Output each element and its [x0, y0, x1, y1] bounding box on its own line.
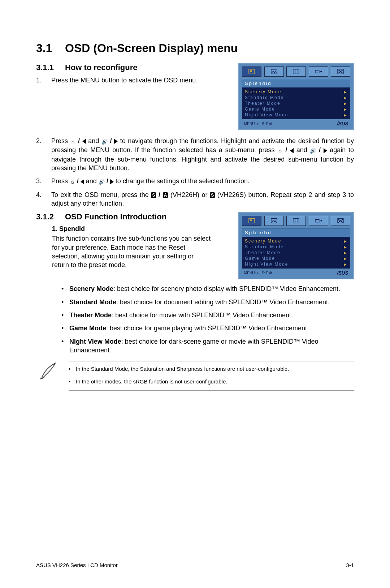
mode-standard: Standard Mode: best choice for document … — [61, 298, 354, 306]
s-button-icon: S — [210, 192, 215, 198]
brightness-icon — [70, 177, 75, 186]
chevron-right-icon: ▶ — [344, 107, 347, 111]
triangle-right-icon — [324, 148, 327, 153]
mode-night: Night View Mode: best choice for dark-sc… — [61, 337, 354, 355]
osd-title: Splendid — [242, 228, 350, 237]
osd-tab-image-icon — [264, 216, 284, 226]
subsection-1-number: 3.1.1 — [36, 63, 65, 72]
osd-tab-color-icon — [286, 66, 306, 77]
chevron-right-icon: ▶ — [344, 113, 347, 117]
svg-rect-14 — [295, 219, 297, 223]
spendid-description: This function contains five sub-function… — [52, 234, 211, 269]
note-block: In the Standard Mode, the Saturation and… — [36, 359, 354, 394]
chevron-right-icon: ▶ — [344, 239, 347, 243]
section-title: OSD (On-Screen Display) menu — [65, 42, 238, 55]
osd-item-night: Night View Mode▶ — [242, 112, 350, 118]
triangle-left-icon — [290, 148, 294, 153]
step-2: 2. Press / and / to navigate through the… — [36, 137, 354, 172]
step-4: 4. To exit the OSD menu, press the S / A… — [36, 190, 354, 208]
chevron-right-icon: ▶ — [344, 96, 347, 100]
osd-tab-splendid-icon — [242, 216, 261, 226]
subsection-1-title: How to reconfigure — [65, 63, 137, 72]
note-2: In the other modes, the sRGB function is… — [69, 378, 354, 385]
mode-game: Game Mode: best choice for game playing … — [61, 324, 354, 332]
svg-rect-3 — [293, 69, 295, 74]
chevron-right-icon: ▶ — [344, 251, 347, 255]
spendid-heading: 1. Spendid — [52, 225, 228, 233]
svg-rect-5 — [297, 69, 299, 74]
step-1: 1. Press the MENU button to activate the… — [36, 76, 228, 85]
note-1: In the Standard Mode, the Saturation and… — [69, 365, 354, 373]
osd-menu: Scenery Mode▶ Standard Mode▶ Theater Mod… — [242, 87, 350, 119]
osd-menu: Scenery Mode▶ Standard Mode▶ Theater Mod… — [242, 237, 350, 269]
osd-tab-image-icon — [264, 66, 284, 77]
subsection-2-title: OSD Function Introduction — [65, 212, 166, 221]
volume-icon — [310, 146, 316, 155]
svg-rect-12 — [271, 219, 277, 223]
chevron-right-icon: ▶ — [344, 262, 347, 266]
osd-title: Splendid — [242, 79, 350, 87]
subsection-2-number: 3.1.2 — [36, 212, 65, 222]
chevron-right-icon: ▶ — [344, 257, 347, 261]
brightness-icon — [70, 137, 76, 146]
footer-left: ASUS VH226 Series LCD Monitor — [36, 562, 118, 568]
triangle-right-icon — [114, 139, 118, 144]
section-heading: 3.1OSD (On-Screen Display) menu — [36, 42, 354, 55]
mode-scenery: Scenery Mode: best choice for scenery ph… — [61, 284, 354, 293]
svg-rect-16 — [315, 220, 319, 222]
svg-rect-4 — [295, 69, 297, 74]
osd-footer: MENU: ↵ S: Exit /SUS — [242, 269, 350, 276]
osd-tab-splendid-icon — [242, 66, 261, 77]
subsection-1-heading: 3.1.1How to reconfigure — [36, 63, 228, 72]
step-3: 3. Press / and / to change the settings … — [36, 177, 354, 186]
divider — [69, 361, 354, 361]
osd-tabs — [242, 66, 350, 77]
osd-item-theater: Theater Mode▶ — [242, 100, 350, 106]
divider — [36, 559, 354, 559]
osd-screenshot-2: Splendid Scenery Mode▶ Standard Mode▶ Th… — [238, 212, 354, 279]
osd-item-night: Night View Mode▶ — [242, 261, 350, 267]
osd-tab-setup-icon — [331, 216, 350, 226]
osd-item-standard: Standard Mode▶ — [242, 95, 350, 100]
osd-item-game: Game Mode▶ — [242, 106, 350, 112]
osd-tabs — [242, 216, 350, 226]
osd-item-theater: Theater Mode▶ — [242, 250, 350, 256]
osd-screenshot-1: Splendid Scenery Mode▶ Standard Mode▶ Th… — [238, 63, 354, 130]
volume-icon — [99, 177, 105, 186]
page-footer: ASUS VH226 Series LCD Monitor 3-1 — [36, 559, 354, 568]
brightness-icon — [277, 146, 283, 155]
section-number: 3.1 — [36, 42, 65, 55]
osd-tab-setup-icon — [331, 66, 350, 77]
osd-item-standard: Standard Mode▶ — [242, 244, 350, 250]
triangle-left-icon — [81, 179, 84, 184]
subsection-2-heading: 3.1.2OSD Function Introduction — [36, 212, 228, 222]
chevron-right-icon: ▶ — [344, 102, 347, 106]
brand-logo: /SUS — [337, 270, 348, 276]
s-button-icon: S — [151, 192, 156, 198]
footer-right: 3-1 — [346, 562, 354, 568]
quill-note-icon — [36, 359, 61, 394]
svg-rect-15 — [297, 219, 299, 223]
triangle-left-icon — [82, 139, 86, 144]
brand-logo: /SUS — [337, 121, 348, 126]
svg-rect-6 — [315, 70, 319, 73]
chevron-right-icon: ▶ — [344, 90, 347, 94]
osd-tab-input-icon — [309, 216, 328, 226]
svg-rect-11 — [250, 220, 252, 222]
osd-item-scenery: Scenery Mode▶ — [242, 89, 350, 95]
osd-tab-color-icon — [286, 216, 306, 226]
divider — [69, 390, 354, 391]
a-button-icon: A — [163, 192, 168, 198]
svg-rect-13 — [293, 219, 295, 223]
svg-rect-2 — [271, 69, 277, 74]
osd-item-scenery: Scenery Mode▶ — [242, 238, 350, 244]
chevron-right-icon: ▶ — [344, 245, 347, 249]
osd-item-game: Game Mode▶ — [242, 256, 350, 261]
triangle-right-icon — [110, 179, 114, 184]
modes-list: Scenery Mode: best choice for scenery ph… — [61, 284, 354, 355]
svg-rect-1 — [250, 70, 252, 72]
volume-icon — [101, 137, 108, 146]
osd-footer: MENU: ↵ S: Exit /SUS — [242, 119, 350, 126]
osd-tab-input-icon — [309, 66, 328, 77]
mode-theater: Theater Mode: best choice for movie with… — [61, 311, 354, 319]
